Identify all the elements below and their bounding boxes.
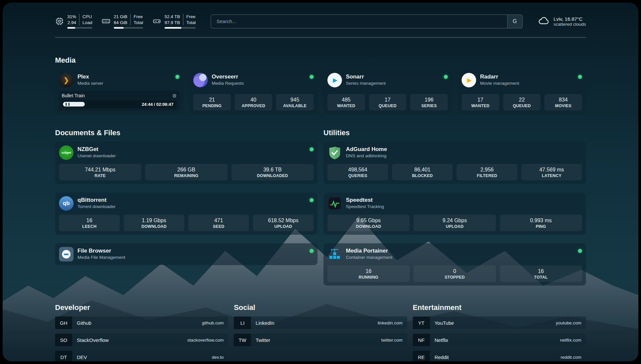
search-engine-button[interactable]: G	[507, 15, 522, 28]
ram-icon	[102, 17, 110, 26]
speedtest-card[interactable]: Speedtest Speedtest Tracking 9.65 Gbps D…	[323, 193, 586, 235]
link-item-linkedin[interactable]: LI LinkedIn linkedin.com	[234, 317, 407, 329]
status-dot	[578, 249, 582, 253]
link-name: Twitter	[256, 337, 270, 343]
overseerr-card[interactable]: Overseerr Media Requests 21 PENDING	[189, 69, 318, 114]
cpu-percent: 31%	[67, 14, 76, 20]
status-dot	[310, 249, 314, 253]
ram-widget-body: 21 GiB 64 GiB Free Total	[114, 14, 143, 29]
speedtest-icon	[327, 196, 342, 211]
link-item-reddit[interactable]: RE Reddit reddit.com	[413, 351, 586, 361]
stat-row: 485 WANTED 17 QUEUED 196 SERIES	[327, 90, 448, 110]
stat-blocked: 86,401 BLOCKED	[392, 164, 453, 180]
playback-time: 24:44 / 02:06:47	[142, 102, 173, 107]
playback-progress-bar[interactable]: ❚❚ 24:44 / 02:06:47	[62, 101, 177, 108]
cpu-label-top: CPU	[82, 14, 92, 20]
disk-usage-bar	[165, 27, 196, 29]
plex-card[interactable]: ❯ Plex Media server Bullet Train ⚙	[55, 69, 183, 114]
window-frame: 31% 2.94 CPU Load	[0, 0, 641, 364]
link-item-netflix[interactable]: NF Netflix netflix.com	[413, 334, 586, 346]
documents-section: Documents & Files nzbget NZBGet Usenet d…	[55, 129, 318, 286]
stat-download: 1.19 Gbps DOWNLOAD	[124, 215, 184, 231]
sonarr-card[interactable]: ▶ Sonarr Series management 485 WANTED	[323, 69, 452, 114]
stat-movies: 834 MOVIES	[544, 94, 582, 110]
stat-queries: 498,564 QUERIES	[327, 164, 388, 180]
media-section: Media ❯ Plex Media server	[55, 56, 586, 114]
link-item-dev[interactable]: DT DEV dev.to	[55, 351, 228, 361]
app-name: qBittorrent	[77, 197, 116, 203]
search-input[interactable]	[211, 15, 507, 28]
app-subtitle: Usenet downloader	[77, 153, 116, 158]
entertainment-section-title: Entertainment	[413, 303, 586, 312]
status-dot	[310, 147, 314, 151]
social-links-section: Social LI LinkedIn linkedin.com TW Twitt…	[234, 303, 407, 361]
stat-downloaded: 39.6 TB DOWNLOADED	[231, 164, 314, 180]
app-name: Plex	[77, 74, 103, 80]
link-url: youtube.com	[556, 320, 586, 325]
ram-usage-bar	[114, 27, 143, 29]
entertainment-links-section: Entertainment YT YouTube youtube.com NF …	[413, 303, 586, 361]
plex-now-playing: Bullet Train ⚙ ❚❚ 24:44 / 02:06:47	[59, 91, 179, 110]
disk-icon	[152, 17, 161, 26]
link-abbr: NF	[413, 334, 430, 346]
weather-location: Lviv, 16.87°C	[554, 16, 586, 22]
stat-row: 16 LEECH 1.19 Gbps DOWNLOAD 471 SEED	[59, 211, 314, 231]
ram-widget: 21 GiB 64 GiB Free Total	[102, 14, 143, 29]
link-abbr: GH	[55, 317, 72, 329]
link-name: Netflix	[435, 337, 448, 343]
link-abbr: SO	[55, 334, 72, 346]
stat-seed: 471 SEED	[188, 215, 249, 231]
weather-widget[interactable]: Lviv, 16.87°C scattered clouds	[538, 15, 586, 28]
cpu-label-bottom: Load	[82, 20, 92, 26]
ram-label-top: Free	[134, 14, 143, 20]
dashboard-content: 31% 2.94 CPU Load	[55, 3, 586, 361]
app-name: AdGuard Home	[346, 146, 387, 153]
ram-total: 64 GiB	[114, 20, 127, 26]
disk-widget: 52.4 TB 97.9 TB Free Total	[152, 14, 196, 29]
stat-filtered: 2,956 FILTERED	[457, 164, 517, 180]
app-subtitle: Media server	[77, 81, 103, 86]
app-subtitle: Speedtest Tracking	[346, 204, 384, 209]
cpu-widget: 31% 2.94 CPU Load	[55, 14, 92, 29]
weather-condition: scattered clouds	[554, 22, 586, 27]
app-subtitle: Media File Management	[77, 255, 125, 260]
cpu-usage-bar	[67, 27, 92, 29]
stat-row: 17 WANTED 22 QUEUED 834 MOVIES	[462, 90, 582, 110]
ram-free: 21 GiB	[114, 14, 127, 20]
two-column-area: Documents & Files nzbget NZBGet Usenet d…	[55, 129, 586, 286]
link-item-twitter[interactable]: TW Twitter twitter.com	[234, 334, 407, 346]
stat-queued: 17 QUEUED	[369, 94, 407, 110]
radarr-icon: ▶	[462, 73, 476, 87]
link-lists: Developer GH Github github.com SO StackO…	[55, 303, 586, 361]
qbittorrent-card[interactable]: qb qBittorrent Torrent downloader 16 LEE…	[55, 193, 318, 235]
overseerr-icon	[193, 73, 208, 87]
link-item-github[interactable]: GH Github github.com	[55, 317, 228, 329]
stat-total: 16 TOTAL	[500, 265, 582, 282]
link-url: netflix.com	[560, 338, 586, 343]
cpu-widget-body: 31% 2.94 CPU Load	[67, 14, 92, 29]
link-item-stackoverflow[interactable]: SO StackOverflow stackoverflow.com	[55, 334, 228, 346]
link-url: twitter.com	[381, 338, 407, 343]
plex-icon: ❯	[59, 73, 74, 87]
link-item-youtube[interactable]: YT YouTube youtube.com	[413, 317, 586, 329]
app-subtitle: Torrent downloader	[77, 204, 116, 209]
stat-ping: 0.993 ms PING	[500, 215, 582, 231]
developer-section-title: Developer	[55, 303, 228, 312]
app-subtitle: Container management	[346, 255, 392, 260]
filebrowser-card[interactable]: File Browser Media File Management	[55, 243, 318, 265]
app-name: Speedtest	[346, 197, 384, 203]
radarr-card[interactable]: ▶ Radarr Movie management 17 WANTED	[458, 69, 586, 114]
link-abbr: LI	[234, 317, 251, 329]
gear-icon[interactable]: ⚙	[172, 93, 177, 98]
portainer-card[interactable]: Media Portainer Container management 16 …	[323, 243, 586, 286]
status-dot	[310, 75, 314, 79]
nzbget-card[interactable]: nzbget NZBGet Usenet downloader 744.21 M…	[55, 142, 318, 184]
disk-label-bottom: Total	[186, 20, 196, 26]
adguard-card[interactable]: AdGuard Home DNS and adblocking 498,564 …	[323, 142, 586, 184]
stat-rate: 744.21 Mbps RATE	[59, 164, 141, 180]
portainer-icon	[327, 247, 342, 261]
app-name: File Browser	[77, 248, 125, 254]
pause-icon[interactable]: ❚❚	[65, 103, 71, 106]
stat-latency: 47.569 ms LATENCY	[521, 164, 582, 180]
link-url: linkedin.com	[378, 320, 407, 325]
